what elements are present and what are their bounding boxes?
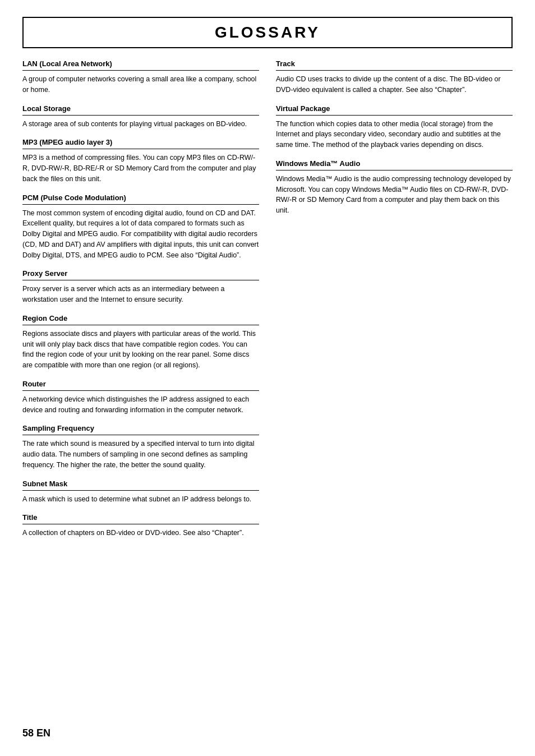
- entry-body-proxy-server: Proxy server is a server which acts as a…: [22, 284, 259, 305]
- entry-heading-router: Router: [22, 380, 259, 391]
- entry-body-track: Audio CD uses tracks to divide up the co…: [276, 74, 513, 95]
- glossary-entry-virtual-package: Virtual PackageThe function which copies…: [276, 104, 513, 150]
- glossary-entry-subnet-mask: Subnet MaskA mask which is used to deter…: [22, 480, 259, 505]
- page-footer: 58 EN: [22, 727, 50, 739]
- entry-heading-sampling-frequency: Sampling Frequency: [22, 424, 259, 435]
- entry-body-title: A collection of chapters on BD-video or …: [22, 528, 259, 538]
- page-title: GLOSSARY: [22, 17, 513, 48]
- entry-body-sampling-frequency: The rate which sound is measured by a sp…: [22, 439, 259, 470]
- entry-body-region-code: Regions associate discs and players with…: [22, 329, 259, 371]
- entry-body-router: A networking device which distinguishes …: [22, 394, 259, 416]
- entry-heading-pcm: PCM (Pulse Code Modulation): [22, 193, 259, 205]
- entry-heading-lan: LAN (Local Area Network): [22, 59, 259, 71]
- entry-body-lan: A group of computer networks covering a …: [22, 74, 259, 95]
- entry-heading-proxy-server: Proxy Server: [22, 269, 259, 280]
- right-column: TrackAudio CD uses tracks to divide up t…: [276, 59, 513, 547]
- entry-body-windows-media-audio: Windows Media™ Audio is the audio compre…: [276, 174, 513, 216]
- glossary-entry-sampling-frequency: Sampling FrequencyThe rate which sound i…: [22, 424, 259, 470]
- content-columns: LAN (Local Area Network)A group of compu…: [22, 59, 513, 547]
- entry-heading-region-code: Region Code: [22, 314, 259, 325]
- entry-heading-windows-media-audio: Windows Media™ Audio: [276, 159, 513, 170]
- entry-heading-virtual-package: Virtual Package: [276, 104, 513, 116]
- glossary-entry-region-code: Region CodeRegions associate discs and p…: [22, 314, 259, 371]
- entry-body-pcm: The most common system of encoding digit…: [22, 208, 259, 261]
- left-column: LAN (Local Area Network)A group of compu…: [22, 59, 259, 547]
- glossary-entry-lan: LAN (Local Area Network)A group of compu…: [22, 59, 259, 95]
- glossary-entry-track: TrackAudio CD uses tracks to divide up t…: [276, 59, 513, 95]
- glossary-entry-mp3: MP3 (MPEG audio layer 3)MP3 is a method …: [22, 138, 259, 184]
- entry-heading-mp3: MP3 (MPEG audio layer 3): [22, 138, 259, 149]
- glossary-entry-windows-media-audio: Windows Media™ AudioWindows Media™ Audio…: [276, 159, 513, 216]
- entry-heading-title: Title: [22, 513, 259, 524]
- glossary-entry-local-storage: Local StorageA storage area of sub conte…: [22, 104, 259, 130]
- entry-body-subnet-mask: A mask which is used to determine what s…: [22, 494, 259, 505]
- glossary-entry-pcm: PCM (Pulse Code Modulation)The most comm…: [22, 193, 259, 261]
- entry-heading-local-storage: Local Storage: [22, 104, 259, 116]
- glossary-entry-router: RouterA networking device which distingu…: [22, 380, 259, 416]
- page: GLOSSARY LAN (Local Area Network)A group…: [0, 0, 535, 756]
- entry-heading-track: Track: [276, 59, 513, 71]
- entry-body-local-storage: A storage area of sub contents for playi…: [22, 119, 259, 130]
- glossary-entry-proxy-server: Proxy ServerProxy server is a server whi…: [22, 269, 259, 305]
- entry-body-virtual-package: The function which copies data to other …: [276, 119, 513, 150]
- entry-heading-subnet-mask: Subnet Mask: [22, 480, 259, 491]
- entry-body-mp3: MP3 is a method of compressing files. Yo…: [22, 153, 259, 184]
- glossary-entry-title: TitleA collection of chapters on BD-vide…: [22, 513, 259, 538]
